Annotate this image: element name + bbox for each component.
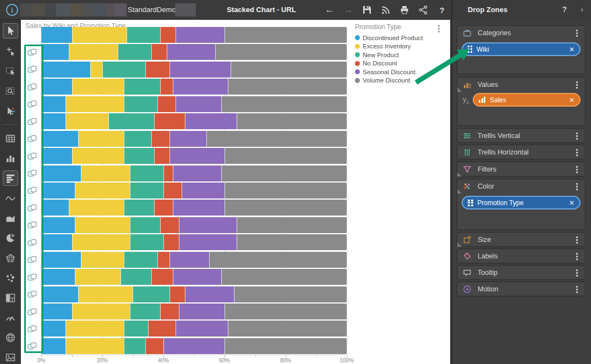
dropzone-values[interactable]: Values y1 Sales ✕: [457, 77, 585, 126]
bar-segment[interactable]: [179, 217, 237, 233]
bar-segment[interactable]: [65, 338, 123, 354]
bar-segment[interactable]: [148, 321, 176, 337]
legend-item[interactable]: Excess Inventory: [355, 42, 448, 51]
bar-segment[interactable]: [228, 79, 347, 95]
row-link[interactable]: [23, 113, 41, 129]
bar-segment[interactable]: [160, 217, 178, 233]
dropzone-tooltip[interactable]: Tooltip: [457, 265, 585, 280]
zone-menu-icon[interactable]: [573, 149, 580, 156]
row-link[interactable]: [23, 183, 41, 198]
bar-segment[interactable]: [90, 62, 102, 78]
bar-segment[interactable]: [41, 234, 72, 250]
link-icon[interactable]: [28, 204, 37, 212]
dropzone-motion[interactable]: Motion: [457, 282, 585, 296]
drag-grip-icon[interactable]: [468, 46, 472, 53]
bar-segment[interactable]: [163, 166, 173, 181]
bar-chart-icon[interactable]: [3, 151, 18, 166]
link-icon[interactable]: [28, 256, 37, 263]
bar-segment[interactable]: [225, 148, 347, 164]
zone-menu-icon[interactable]: [573, 286, 580, 293]
bar-segment[interactable]: [221, 166, 347, 181]
row-link[interactable]: [23, 304, 41, 319]
bar-segment[interactable]: [154, 113, 185, 129]
bar-segment[interactable]: [225, 200, 347, 216]
row-link[interactable]: [23, 96, 41, 112]
bar-segment[interactable]: [81, 166, 130, 181]
bar-segment[interactable]: [41, 113, 65, 129]
bar-segment[interactable]: [176, 27, 225, 43]
bar-segment[interactable]: [130, 234, 163, 250]
bar-segment[interactable]: [163, 234, 179, 250]
bar-segment[interactable]: [124, 200, 155, 216]
bar-segment[interactable]: [41, 338, 65, 354]
bar-segment[interactable]: [72, 304, 130, 319]
bar-segment[interactable]: [157, 96, 176, 112]
link-icon[interactable]: [28, 290, 37, 298]
bar-segment[interactable]: [65, 321, 123, 337]
pill-wiki[interactable]: Wiki ✕: [462, 42, 581, 56]
remove-icon[interactable]: ✕: [569, 46, 574, 53]
bar-segment[interactable]: [124, 338, 145, 354]
row-link[interactable]: [23, 44, 41, 60]
bar-segment[interactable]: [221, 96, 347, 112]
bar-segment[interactable]: [169, 252, 209, 268]
link-icon[interactable]: [28, 308, 37, 316]
dropzone-trellis-horizontal[interactable]: Trellis Horizontal: [457, 145, 585, 159]
panel-collapse-icon[interactable]: ›: [581, 5, 583, 14]
bar-segment[interactable]: [130, 304, 161, 319]
bar-segment[interactable]: [41, 79, 72, 95]
rect-select-tool-icon[interactable]: [3, 63, 18, 79]
zone-menu-icon[interactable]: [573, 253, 580, 260]
row-link[interactable]: [23, 166, 41, 181]
link-icon[interactable]: [28, 342, 37, 350]
link-icon[interactable]: [28, 135, 37, 142]
bar-segment[interactable]: [41, 62, 90, 78]
row-link[interactable]: [23, 217, 41, 233]
treemap-icon[interactable]: [3, 290, 18, 306]
dropzone-categories[interactable]: Categories Wiki ✕: [457, 25, 585, 74]
bar-segment[interactable]: [75, 269, 121, 285]
bar-segment[interactable]: [182, 183, 225, 198]
subscribe-rss-icon[interactable]: [380, 4, 392, 16]
bar-segment[interactable]: [237, 217, 347, 233]
row-link[interactable]: [23, 338, 41, 354]
bar-segment[interactable]: [41, 200, 69, 216]
bar-segment[interactable]: [72, 148, 124, 164]
bar-segment[interactable]: [179, 304, 225, 319]
zone-menu-icon[interactable]: [573, 166, 580, 173]
link-icon[interactable]: [28, 48, 37, 56]
bar-segment[interactable]: [160, 304, 178, 319]
project-name[interactable]: StandardDemo: [128, 5, 176, 14]
legend-menu-icon[interactable]: [435, 25, 442, 36]
bar-segment[interactable]: [41, 27, 72, 43]
row-link[interactable]: [23, 269, 41, 285]
bar-segment[interactable]: [130, 183, 163, 198]
link-icon[interactable]: [28, 83, 37, 91]
bar-segment[interactable]: [151, 44, 167, 60]
bar-segment[interactable]: [215, 44, 347, 60]
bar-segment[interactable]: [41, 321, 65, 337]
scatter-chart-icon[interactable]: [3, 271, 18, 286]
bar-segment[interactable]: [237, 234, 347, 250]
bar-segment[interactable]: [121, 269, 151, 285]
bar-segment[interactable]: [145, 62, 169, 78]
zone-menu-icon[interactable]: [573, 269, 580, 277]
bar-segment[interactable]: [108, 113, 154, 129]
bar-segment[interactable]: [176, 321, 227, 337]
dropzone-labels[interactable]: Labels: [457, 249, 585, 263]
zone-menu-icon[interactable]: [573, 236, 580, 244]
bar-segment[interactable]: [41, 269, 75, 285]
zone-menu-icon[interactable]: [573, 30, 580, 37]
link-icon[interactable]: [28, 273, 37, 281]
dropzone-filters[interactable]: Filters: [457, 162, 585, 177]
zone-menu-icon[interactable]: [573, 133, 580, 140]
bar-segment[interactable]: [151, 131, 169, 147]
row-link[interactable]: [23, 286, 41, 302]
legend-item[interactable]: No Discount: [355, 59, 448, 68]
info-icon[interactable]: i: [6, 4, 18, 16]
save-icon[interactable]: [361, 4, 373, 16]
bar-segment[interactable]: [133, 286, 169, 302]
bar-segment[interactable]: [81, 252, 124, 268]
bar-segment[interactable]: [167, 44, 216, 60]
bar-segment[interactable]: [41, 96, 65, 112]
